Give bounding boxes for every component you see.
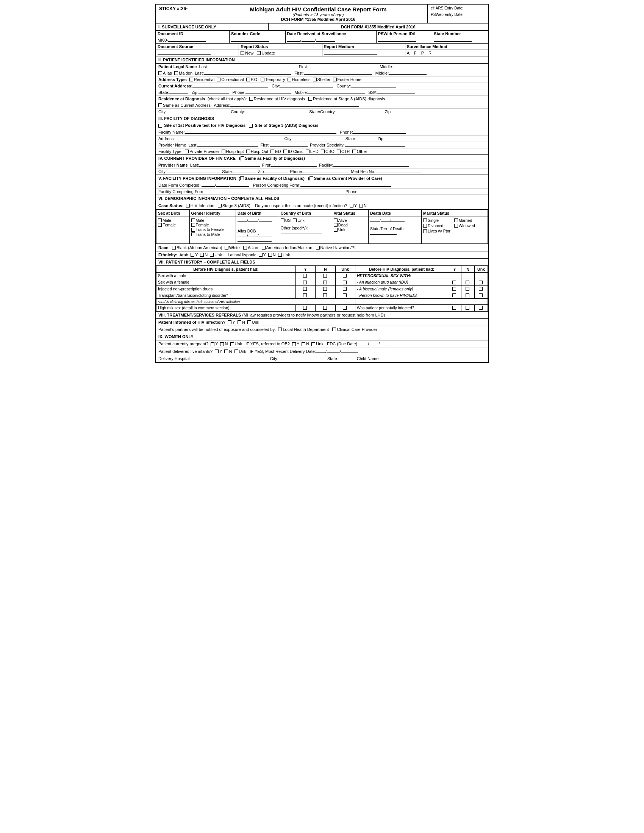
ob-y-checkbox[interactable]	[292, 342, 296, 346]
ctr-checkbox[interactable]	[337, 150, 341, 153]
hrs-unk[interactable]	[335, 305, 355, 311]
hosp-out-checkbox[interactable]	[246, 150, 250, 153]
hosp-inpt-checkbox[interactable]	[222, 150, 225, 153]
same-facility-diag2-checkbox[interactable]	[240, 177, 244, 180]
male-sex-checkbox[interactable]	[158, 219, 162, 222]
perinatal-y[interactable]	[448, 305, 461, 311]
known-hiv-n[interactable]	[461, 292, 475, 298]
site-stage3-checkbox[interactable]	[249, 124, 253, 128]
bi-y[interactable]	[448, 286, 461, 292]
doc-id-value[interactable]: MI00-	[156, 37, 230, 43]
trans-n[interactable]	[316, 292, 336, 298]
female-sex-checkbox[interactable]	[158, 223, 162, 227]
cbo-checkbox[interactable]	[321, 150, 325, 153]
hiv-infection-checkbox[interactable]	[186, 204, 190, 207]
correctional-checkbox[interactable]	[217, 78, 221, 81]
latino-y-checkbox[interactable]	[259, 253, 262, 257]
maiden-checkbox[interactable]	[174, 71, 178, 75]
sex-female-unk[interactable]	[335, 279, 355, 286]
divorced-checkbox[interactable]	[423, 224, 427, 228]
del-y-checkbox[interactable]	[215, 349, 219, 353]
ccp-notif-checkbox[interactable]	[332, 328, 336, 331]
trans-y[interactable]	[295, 292, 316, 298]
hrs-n[interactable]	[316, 305, 336, 311]
idu-unk[interactable]	[475, 279, 488, 286]
preg-unk-checkbox[interactable]	[230, 342, 234, 346]
doc-source-value[interactable]	[156, 50, 239, 56]
inj-n[interactable]	[316, 286, 336, 292]
temporary-checkbox[interactable]	[261, 78, 264, 81]
informed-n-checkbox[interactable]	[238, 320, 242, 324]
alias-checkbox[interactable]	[158, 71, 162, 75]
acute-n-checkbox[interactable]	[359, 204, 363, 207]
perinatal-n[interactable]	[461, 305, 475, 311]
native-hawaiian-checkbox[interactable]	[316, 246, 320, 249]
new-checkbox[interactable]	[241, 51, 244, 55]
other-checkbox[interactable]	[352, 150, 356, 153]
shelter-checkbox[interactable]	[313, 78, 317, 81]
id-clinic-checkbox[interactable]	[283, 150, 287, 153]
gender-female-checkbox[interactable]	[191, 223, 195, 227]
trans-female-checkbox[interactable]	[191, 228, 195, 232]
residential-checkbox[interactable]	[189, 78, 193, 81]
ob-n-checkbox[interactable]	[301, 342, 305, 346]
foster-home-checkbox[interactable]	[333, 78, 337, 81]
sex-male-n[interactable]	[316, 273, 336, 279]
soundex-value[interactable]	[230, 37, 286, 43]
preg-n-checkbox[interactable]	[220, 342, 224, 346]
del-n-checkbox[interactable]	[224, 349, 228, 353]
latino-n-checkbox[interactable]	[268, 253, 272, 257]
idu-y[interactable]	[448, 279, 461, 286]
psweb-id-value[interactable]	[377, 37, 433, 43]
american-indian-checkbox[interactable]	[262, 246, 266, 249]
arab-y-checkbox[interactable]	[190, 253, 194, 257]
known-hiv-y[interactable]	[448, 292, 461, 298]
site-1st-pos-checkbox[interactable]	[158, 124, 162, 128]
arab-n-checkbox[interactable]	[200, 253, 204, 257]
res-stage3-checkbox[interactable]	[308, 97, 312, 101]
private-prov-checkbox[interactable]	[185, 150, 188, 153]
acute-y-checkbox[interactable]	[349, 204, 353, 207]
sex-male-y[interactable]	[295, 273, 316, 279]
informed-unk-checkbox[interactable]	[247, 320, 251, 324]
same-address-checkbox[interactable]	[158, 103, 162, 107]
single-checkbox[interactable]	[423, 219, 427, 222]
us-checkbox[interactable]	[281, 219, 285, 222]
lhd-notif-checkbox[interactable]	[278, 328, 282, 331]
ob-unk-checkbox[interactable]	[311, 342, 315, 346]
married-checkbox[interactable]	[454, 219, 458, 222]
res-hiv-checkbox[interactable]	[249, 97, 253, 101]
perinatal-unk[interactable]	[475, 305, 488, 311]
black-aa-checkbox[interactable]	[172, 246, 176, 249]
same-facility-diag-checkbox[interactable]	[241, 156, 244, 160]
sex-female-n[interactable]	[316, 279, 336, 286]
trans-unk[interactable]	[335, 292, 355, 298]
date-recv-value[interactable]: //	[286, 37, 377, 43]
hrs-y[interactable]	[295, 305, 316, 311]
trans-male-checkbox[interactable]	[191, 233, 195, 236]
lives-ptnr-checkbox[interactable]	[423, 230, 427, 233]
same-current-prov-checkbox[interactable]	[309, 177, 313, 180]
stage3-checkbox[interactable]	[218, 204, 222, 207]
bi-unk[interactable]	[475, 286, 488, 292]
informed-y-checkbox[interactable]	[228, 320, 232, 324]
sex-female-y[interactable]	[295, 279, 316, 286]
inj-unk[interactable]	[335, 286, 355, 292]
unk-country-checkbox[interactable]	[293, 219, 296, 222]
inj-y[interactable]	[295, 286, 316, 292]
ed-checkbox[interactable]	[270, 150, 274, 153]
report-status-value[interactable]: New Update	[239, 50, 322, 56]
dead-checkbox[interactable]	[334, 223, 338, 227]
state-num-value[interactable]	[432, 37, 488, 43]
del-unk-checkbox[interactable]	[235, 349, 238, 353]
arab-unk-checkbox[interactable]	[210, 253, 214, 257]
surv-method-value[interactable]: A F P R	[405, 50, 488, 56]
latino-unk-checkbox[interactable]	[278, 253, 282, 257]
alive-checkbox[interactable]	[334, 219, 338, 222]
report-medium-value[interactable]	[322, 50, 405, 56]
widowed-checkbox[interactable]	[454, 224, 458, 228]
update-checkbox[interactable]	[257, 51, 261, 55]
asian-checkbox[interactable]	[243, 246, 247, 249]
vital-unk-checkbox[interactable]	[334, 228, 338, 232]
po-checkbox[interactable]	[246, 78, 250, 81]
